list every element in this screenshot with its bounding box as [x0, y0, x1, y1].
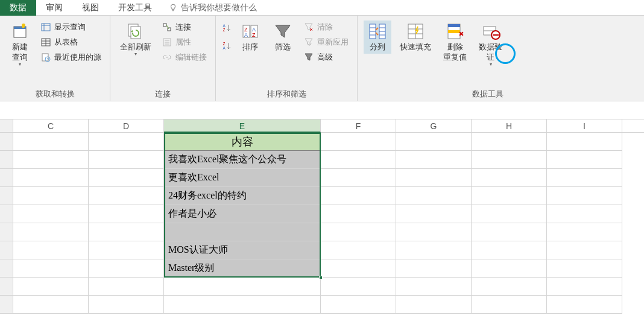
- row-header[interactable]: [0, 296, 13, 314]
- cell[interactable]: [396, 278, 472, 296]
- tell-me-search[interactable]: 告诉我你想要做什么: [162, 2, 264, 13]
- tab-data[interactable]: 数据: [0, 0, 36, 16]
- row-header[interactable]: [0, 259, 13, 278]
- cell[interactable]: [396, 205, 472, 223]
- cell[interactable]: [547, 241, 622, 259]
- show-query-button[interactable]: 显示查询: [39, 21, 104, 34]
- cell[interactable]: [547, 205, 622, 223]
- row-header[interactable]: [0, 151, 13, 169]
- tab-review[interactable]: 审阅: [36, 0, 72, 16]
- cell[interactable]: [13, 169, 89, 187]
- data-validation-button[interactable]: 数据验 证 ▾: [475, 21, 506, 68]
- cell[interactable]: [396, 169, 472, 187]
- cell[interactable]: [396, 187, 472, 205]
- cell[interactable]: [472, 169, 547, 187]
- cell[interactable]: [164, 278, 321, 296]
- tab-developer[interactable]: 开发工具: [109, 0, 162, 16]
- recent-sources-button[interactable]: 最近使用的源: [39, 51, 104, 64]
- formula-bar[interactable]: [0, 101, 644, 119]
- row-header[interactable]: [0, 169, 13, 187]
- cell[interactable]: 作者是小必: [164, 205, 321, 223]
- cell[interactable]: [89, 205, 164, 223]
- cell[interactable]: MOS认证大师: [164, 241, 321, 259]
- cell[interactable]: [13, 278, 89, 296]
- cell[interactable]: [13, 133, 89, 151]
- edit-links-button[interactable]: 编辑链接: [160, 51, 209, 64]
- cell[interactable]: [472, 223, 547, 241]
- cell[interactable]: [547, 259, 622, 278]
- row-header[interactable]: [0, 241, 13, 259]
- cell[interactable]: [472, 259, 547, 278]
- row-header[interactable]: [0, 187, 13, 205]
- cell[interactable]: [321, 133, 396, 151]
- sort-asc-button[interactable]: AZ: [222, 23, 232, 33]
- cell[interactable]: [13, 259, 89, 278]
- cell[interactable]: [89, 133, 164, 151]
- cell[interactable]: [396, 296, 472, 314]
- col-header-i[interactable]: I: [547, 119, 622, 132]
- selection-handle[interactable]: [319, 276, 323, 279]
- cell[interactable]: 我喜欢Excel聚焦这个公众号: [164, 151, 321, 169]
- cell[interactable]: [164, 223, 321, 241]
- spreadsheet-grid[interactable]: C D E F G H I 内容 我喜欢Excel聚焦这个公众号 更喜欢Exce…: [0, 119, 644, 314]
- cell[interactable]: [89, 278, 164, 296]
- advanced-filter-button[interactable]: 高级: [301, 51, 351, 64]
- cell[interactable]: [89, 169, 164, 187]
- cell[interactable]: [547, 223, 622, 241]
- cell[interactable]: [89, 241, 164, 259]
- clear-filter-button[interactable]: 清除: [301, 21, 351, 34]
- cell[interactable]: [13, 205, 89, 223]
- remove-duplicates-button[interactable]: 删除 重复值: [440, 21, 470, 64]
- cell[interactable]: [321, 205, 396, 223]
- cell[interactable]: [396, 259, 472, 278]
- cell[interactable]: [472, 296, 547, 314]
- cell[interactable]: [13, 296, 89, 314]
- cell[interactable]: [89, 223, 164, 241]
- cell[interactable]: [321, 278, 396, 296]
- cell[interactable]: [89, 151, 164, 169]
- cell[interactable]: [321, 259, 396, 278]
- cell[interactable]: [164, 296, 321, 314]
- cell[interactable]: [321, 187, 396, 205]
- col-header-e[interactable]: E: [164, 119, 321, 133]
- col-header-h[interactable]: H: [472, 119, 547, 132]
- cell[interactable]: [89, 296, 164, 314]
- new-query-button[interactable]: 新建 查询 ▾: [6, 21, 34, 68]
- cell[interactable]: [321, 151, 396, 169]
- cell[interactable]: [547, 133, 622, 151]
- cell[interactable]: [89, 259, 164, 278]
- reapply-button[interactable]: 重新应用: [301, 36, 351, 49]
- cell[interactable]: [321, 241, 396, 259]
- cell[interactable]: [547, 169, 622, 187]
- cell[interactable]: [396, 151, 472, 169]
- properties-button[interactable]: 属性: [160, 36, 209, 49]
- cell[interactable]: Master级别: [164, 259, 321, 278]
- row-header[interactable]: [0, 205, 13, 223]
- cell[interactable]: [547, 151, 622, 169]
- tab-view[interactable]: 视图: [72, 0, 109, 16]
- cell[interactable]: [13, 241, 89, 259]
- cell[interactable]: [472, 151, 547, 169]
- col-header-c[interactable]: C: [13, 119, 89, 132]
- cell[interactable]: [13, 151, 89, 169]
- text-to-columns-button[interactable]: 分列: [364, 21, 391, 54]
- flash-fill-button[interactable]: 快速填充: [396, 21, 435, 54]
- cell[interactable]: [321, 296, 396, 314]
- cell[interactable]: [396, 223, 472, 241]
- filter-button[interactable]: 筛选: [269, 21, 297, 54]
- cell[interactable]: [396, 241, 472, 259]
- cell[interactable]: [472, 205, 547, 223]
- cell[interactable]: [472, 187, 547, 205]
- row-header[interactable]: [0, 278, 13, 296]
- col-header-g[interactable]: G: [396, 119, 472, 132]
- cell[interactable]: [547, 187, 622, 205]
- cell[interactable]: [13, 223, 89, 241]
- select-all-corner[interactable]: [0, 119, 13, 132]
- row-header[interactable]: [0, 133, 13, 151]
- refresh-all-button[interactable]: 全部刷新 ▾: [116, 21, 155, 58]
- cell[interactable]: 更喜欢Excel: [164, 169, 321, 187]
- connections-button[interactable]: 连接: [160, 21, 209, 34]
- col-header-f[interactable]: F: [321, 119, 396, 132]
- sort-desc-button[interactable]: ZA: [222, 41, 232, 51]
- cell[interactable]: [547, 296, 622, 314]
